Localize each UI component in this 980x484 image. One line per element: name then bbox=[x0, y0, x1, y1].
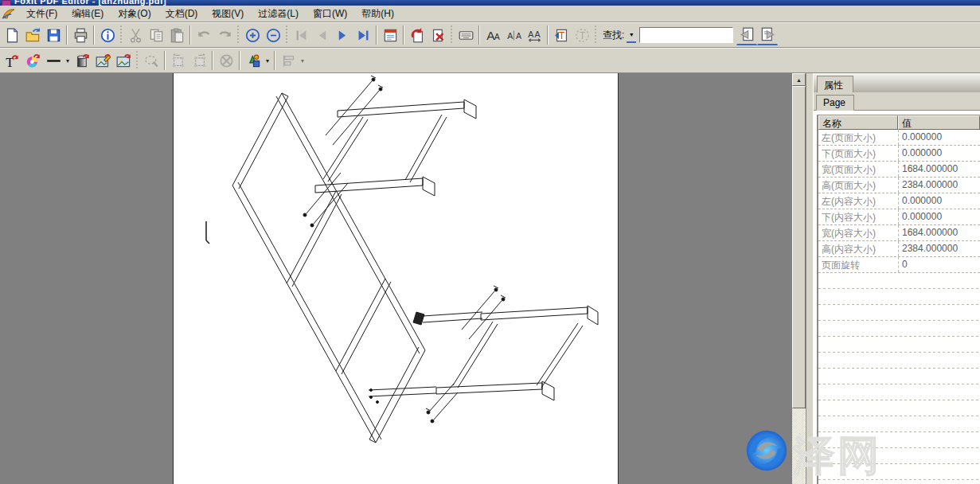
menu-view[interactable]: 视图(V) bbox=[205, 6, 251, 22]
table-row[interactable]: 左(内容大小)0.000000 bbox=[818, 193, 980, 209]
rotate-page-icon[interactable] bbox=[407, 25, 428, 45]
redo-icon[interactable] bbox=[214, 25, 235, 45]
find-prev-icon[interactable] bbox=[736, 25, 757, 45]
menu-window[interactable]: 窗口(W) bbox=[306, 6, 354, 22]
menu-edit[interactable]: 编辑(E) bbox=[64, 6, 111, 22]
prop-name: 下(内容大小) bbox=[818, 209, 898, 224]
line-style-caret[interactable]: ▾ bbox=[64, 50, 72, 71]
font-size-icon[interactable]: AA bbox=[482, 25, 503, 45]
align-caret[interactable]: ▾ bbox=[299, 50, 306, 71]
watermark-text: 泽网 bbox=[793, 428, 882, 484]
prev-page-icon[interactable] bbox=[311, 25, 332, 45]
panel-title-bar: 属性 bbox=[814, 73, 980, 92]
properties-panel: 属性 Page 名称 值 左(页面大小)0.000000 下(页面大小)0.00… bbox=[814, 73, 980, 484]
title-bar[interactable]: Foxit PDF Editor - [anzhuang.pdf] bbox=[0, 0, 980, 6]
save-icon[interactable] bbox=[43, 25, 64, 45]
table-row[interactable]: 下(内容大小)0.000000 bbox=[818, 209, 980, 225]
copy-icon[interactable] bbox=[146, 25, 166, 45]
rotate-object-left-icon[interactable] bbox=[168, 50, 189, 71]
add-color-icon[interactable] bbox=[22, 50, 43, 71]
scroll-up-icon[interactable]: ▲ bbox=[792, 73, 806, 86]
prop-name: 左(内容大小) bbox=[818, 193, 898, 209]
prop-value[interactable]: 0.000000 bbox=[898, 130, 980, 145]
add-text-icon[interactable]: T bbox=[2, 50, 22, 71]
word-spacing-icon[interactable]: AA bbox=[524, 25, 545, 45]
svg-text:A: A bbox=[528, 29, 534, 38]
undo-icon[interactable] bbox=[193, 25, 214, 45]
char-spacing-icon[interactable]: AA bbox=[503, 25, 524, 45]
zoom-in-icon[interactable] bbox=[242, 25, 263, 45]
prop-value[interactable]: 1684.000000 bbox=[898, 225, 980, 240]
svg-text:A: A bbox=[534, 29, 541, 38]
cut-icon[interactable] bbox=[125, 25, 146, 45]
table-row[interactable]: 宽(页面大小)1684.000000 bbox=[818, 162, 980, 178]
table-row[interactable]: 高(内容大小)2384.000000 bbox=[818, 241, 980, 257]
prop-value[interactable]: 0.000000 bbox=[898, 146, 980, 161]
find-dropdown-caret[interactable]: ▾ bbox=[627, 27, 636, 43]
tab-properties[interactable]: 属性 bbox=[817, 76, 853, 92]
canvas-background-left bbox=[0, 73, 173, 484]
shapes-caret[interactable]: ▾ bbox=[264, 50, 271, 71]
tab-page[interactable]: Page bbox=[816, 95, 854, 111]
vertical-scrollbar[interactable]: ▲ bbox=[792, 73, 806, 484]
align-icon[interactable] bbox=[278, 50, 299, 71]
print-icon[interactable] bbox=[70, 25, 91, 45]
find-input[interactable] bbox=[639, 27, 733, 43]
menu-file[interactable]: 文件(F) bbox=[19, 6, 64, 22]
lasso-icon[interactable] bbox=[141, 50, 162, 71]
canvas-background-right bbox=[619, 73, 792, 484]
find-bar: 查找: ▾ bbox=[599, 25, 778, 45]
table-row[interactable]: 高(页面大小)2384.000000 bbox=[818, 178, 980, 193]
svg-text:A: A bbox=[515, 31, 521, 41]
menu-document[interactable]: 文档(D) bbox=[158, 6, 205, 22]
svg-text:T: T bbox=[558, 30, 564, 41]
new-icon[interactable] bbox=[2, 25, 22, 45]
last-page-icon[interactable] bbox=[353, 25, 373, 45]
zoom-out-icon[interactable] bbox=[263, 25, 283, 45]
text-cursor bbox=[206, 221, 209, 244]
find-next-icon[interactable] bbox=[757, 25, 778, 45]
prop-name: 页面旋转 bbox=[818, 257, 898, 272]
app-icon bbox=[2, 0, 11, 6]
application-window: Foxit PDF Editor - [anzhuang.pdf] 文件(F) … bbox=[0, 0, 980, 484]
technical-drawing bbox=[174, 73, 618, 484]
panel-splitter[interactable] bbox=[806, 73, 814, 484]
prop-value[interactable]: 2384.000000 bbox=[898, 178, 980, 193]
panel-tab-strip: Page bbox=[814, 92, 980, 111]
table-row[interactable]: 左(页面大小)0.000000 bbox=[818, 130, 980, 146]
column-header-name[interactable]: 名称 bbox=[818, 115, 898, 130]
pdf-page[interactable] bbox=[173, 73, 619, 484]
keyboard-icon[interactable] bbox=[455, 25, 476, 45]
shapes-icon[interactable] bbox=[243, 50, 264, 71]
open-icon[interactable] bbox=[22, 25, 43, 45]
paste-icon[interactable] bbox=[166, 25, 187, 45]
menu-filter[interactable]: 过滤器(L) bbox=[251, 6, 306, 22]
rotate-object-right-icon[interactable] bbox=[189, 50, 209, 71]
delete-page-icon[interactable] bbox=[428, 25, 448, 45]
next-page-icon[interactable] bbox=[332, 25, 353, 45]
edit-image-icon[interactable] bbox=[92, 50, 113, 71]
prop-value[interactable]: 0.000000 bbox=[898, 193, 980, 209]
add-shading-icon[interactable] bbox=[72, 50, 92, 71]
page-form-icon[interactable] bbox=[380, 25, 400, 45]
prop-value[interactable]: 0.000000 bbox=[898, 209, 980, 224]
info-icon[interactable] bbox=[97, 25, 118, 45]
scrollbar-thumb[interactable] bbox=[792, 86, 806, 408]
table-row[interactable]: 页面旋转0 bbox=[818, 257, 980, 273]
first-page-icon[interactable] bbox=[291, 25, 311, 45]
line-style-icon[interactable] bbox=[43, 50, 64, 71]
menu-help[interactable]: 帮助(H) bbox=[354, 6, 401, 22]
menu-object[interactable]: 对象(O) bbox=[111, 6, 158, 22]
text-circle-icon[interactable]: T bbox=[572, 25, 592, 45]
insert-text-icon[interactable]: T bbox=[551, 25, 572, 45]
window-title: Foxit PDF Editor - [anzhuang.pdf] bbox=[14, 0, 166, 6]
delete-object-icon[interactable] bbox=[216, 50, 236, 71]
table-row[interactable]: 下(页面大小)0.000000 bbox=[818, 146, 980, 162]
prop-name: 高(页面大小) bbox=[818, 178, 898, 193]
prop-value[interactable]: 2384.000000 bbox=[898, 241, 980, 256]
add-image-icon[interactable] bbox=[113, 50, 134, 71]
table-row[interactable]: 宽(内容大小)1684.000000 bbox=[818, 225, 980, 241]
prop-value[interactable]: 0 bbox=[898, 257, 980, 272]
prop-value[interactable]: 1684.000000 bbox=[898, 162, 980, 177]
column-header-value[interactable]: 值 bbox=[898, 115, 980, 130]
